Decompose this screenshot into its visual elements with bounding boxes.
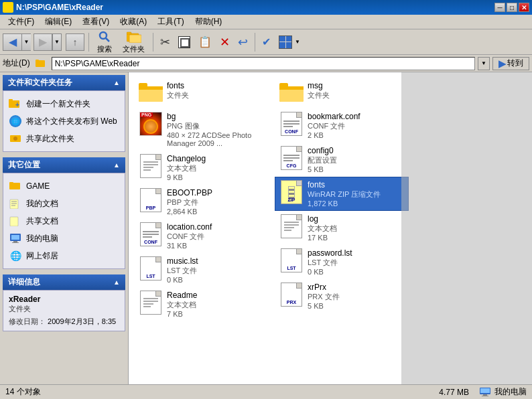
other-game-label: GAME bbox=[26, 181, 50, 191]
file-column-right: msg 文件夹 CONF bookmark.conf CONF 文件 2 KB … bbox=[275, 78, 415, 321]
close-button[interactable]: ✕ bbox=[519, 3, 529, 12]
file-size: 1,872 KB bbox=[308, 200, 381, 208]
task-publish[interactable]: 🌐 将这个文件夹发布到 Web bbox=[9, 112, 119, 130]
file-info: bg PNG 图像 480 × 272 ACDSee Photo Manager… bbox=[167, 112, 263, 147]
file-icon bbox=[139, 291, 163, 315]
search-button[interactable]: 搜索 bbox=[93, 28, 116, 56]
list-item[interactable]: CONF bookmark.conf CONF 文件 2 KB bbox=[275, 108, 409, 143]
titlebar-title: N:\PSP\GAME\xReader bbox=[3, 2, 103, 13]
file-type: 文件夹 bbox=[308, 90, 330, 100]
menu-favorites[interactable]: 收藏(A) bbox=[115, 15, 152, 29]
copy-button[interactable] bbox=[176, 35, 193, 50]
other-shared-docs[interactable]: 共享文档 bbox=[9, 212, 119, 230]
back-dropdown[interactable]: ▼ bbox=[21, 33, 31, 51]
file-info: fonts WinRAR ZIP 压缩文件 1,872 KB bbox=[308, 180, 381, 208]
back-button[interactable]: ◀ bbox=[3, 33, 21, 51]
list-item[interactable]: PNG bg PNG 图像 480 × 272 ACDSee Photo Man… bbox=[134, 108, 268, 151]
detail-modified-label: 修改日期： bbox=[9, 317, 46, 325]
left-panel: 文件和文件夹任务 ▲ + 创建一个新文件夹 🌐 bbox=[0, 72, 129, 384]
titlebar-buttons: ─ □ ✕ bbox=[494, 3, 529, 12]
detail-name: xReader bbox=[9, 295, 119, 304]
delete-button[interactable]: ✕ bbox=[217, 33, 232, 51]
menu-tools[interactable]: 工具(T) bbox=[152, 15, 189, 29]
svg-rect-13 bbox=[9, 182, 13, 184]
tasks-section: 文件和文件夹任务 ▲ + 创建一个新文件夹 🌐 bbox=[3, 75, 125, 152]
forward-dropdown[interactable]: ▼ bbox=[52, 33, 62, 51]
file-type: LST 文件 bbox=[308, 258, 352, 268]
detail-modified: 修改日期： 2009年2月3日，8:35 bbox=[9, 317, 119, 327]
list-item[interactable]: CONF location.conf CONF 文件 31 KB bbox=[134, 219, 268, 253]
list-item[interactable]: CFG config0 配置设置 5 KB bbox=[275, 143, 409, 177]
file-name: fonts bbox=[308, 180, 381, 189]
minimize-button[interactable]: ─ bbox=[494, 3, 505, 12]
list-item[interactable]: Readme 文本文档 7 KB bbox=[134, 287, 268, 321]
list-item[interactable]: LST music.lst LST 文件 0 KB bbox=[134, 253, 268, 287]
paste-icon: 📋 bbox=[198, 35, 212, 48]
file-icon: PBP bbox=[139, 188, 163, 212]
list-item[interactable]: log 文本文档 17 KB bbox=[275, 211, 409, 245]
list-item[interactable]: Changelog 文本文档 9 KB bbox=[134, 151, 268, 185]
folder-small-icon bbox=[36, 58, 46, 69]
move-button[interactable]: ✔ bbox=[259, 34, 273, 50]
task-new-folder[interactable]: + 创建一个新文件夹 bbox=[9, 95, 119, 112]
goto-button[interactable]: ▶ 转到 bbox=[492, 57, 529, 70]
file-icon: PRX bbox=[279, 283, 304, 307]
file-name: config0 bbox=[308, 146, 337, 155]
delete-icon: ✕ bbox=[220, 35, 230, 50]
list-item[interactable]: PBP EBOOT.PBP PBP 文件 2,864 KB bbox=[134, 185, 268, 219]
svg-point-0 bbox=[100, 32, 107, 39]
statusbar-right: 4.77 MB 我的电脑 bbox=[439, 386, 527, 398]
menu-help[interactable]: 帮助(H) bbox=[190, 15, 228, 29]
list-item[interactable]: fonts 文件夹 bbox=[134, 78, 268, 108]
detail-section: 详细信息 ▲ xReader 文件夹 修改日期： 2009年2月3日，8:35 bbox=[3, 274, 125, 331]
file-info: fonts 文件夹 bbox=[167, 81, 189, 100]
view-button[interactable] bbox=[276, 34, 295, 50]
view-dropdown[interactable]: ▼ bbox=[295, 39, 300, 45]
list-item[interactable]: ZIP fonts WinRAR ZIP 压缩文件 1,872 KB bbox=[275, 177, 409, 211]
menu-file[interactable]: 文件(F) bbox=[3, 15, 40, 29]
other-network[interactable]: 🌐 网上邻居 bbox=[9, 247, 119, 264]
file-type: CONF 文件 bbox=[167, 232, 212, 242]
file-column-left: fonts 文件夹 PNG bg PNG 图像 480 × 272 ACDSee… bbox=[134, 78, 275, 321]
file-name: EBOOT.PBP bbox=[167, 188, 212, 197]
address-dropdown[interactable]: ▼ bbox=[478, 57, 490, 70]
file-info: xrPrx PRX 文件 5 KB bbox=[308, 283, 340, 310]
separator-1 bbox=[88, 33, 89, 52]
detail-type: 文件夹 bbox=[9, 304, 119, 314]
restore-button[interactable]: □ bbox=[507, 3, 517, 12]
forward-button[interactable]: ▶ bbox=[34, 33, 52, 51]
statusbar-size: 4.77 MB bbox=[439, 388, 469, 397]
paste-button[interactable]: 📋 bbox=[196, 34, 214, 50]
list-item[interactable]: LST password.lst LST 文件 0 KB bbox=[275, 245, 409, 279]
other-game[interactable]: GAME bbox=[9, 177, 119, 195]
file-size: 480 × 272 ACDSee Photo Manager 2009 ... bbox=[167, 131, 263, 147]
detail-header[interactable]: 详细信息 ▲ bbox=[3, 274, 125, 290]
other-my-docs-label: 我的文档 bbox=[26, 198, 58, 210]
up-group: ↑ bbox=[66, 33, 84, 51]
menu-view[interactable]: 查看(V) bbox=[77, 15, 115, 29]
file-icon: LST bbox=[279, 248, 304, 272]
cut-button[interactable]: ✂ bbox=[157, 33, 173, 51]
file-name: log bbox=[308, 214, 337, 224]
svg-rect-8 bbox=[9, 99, 13, 102]
address-label: 地址(D) bbox=[3, 58, 30, 69]
file-grid: fonts 文件夹 PNG bg PNG 图像 480 × 272 ACDSee… bbox=[134, 78, 527, 321]
file-size: 2,864 KB bbox=[167, 208, 212, 216]
file-type: PBP 文件 bbox=[167, 197, 212, 208]
folders-button[interactable]: 文件夹 bbox=[119, 28, 149, 56]
task-share[interactable]: 共享此文件夹 bbox=[9, 130, 119, 147]
other-header[interactable]: 其它位置 ▲ bbox=[3, 157, 125, 173]
other-my-computer[interactable]: 我的电脑 bbox=[9, 230, 119, 247]
file-type: 文本文档 bbox=[167, 163, 206, 173]
undo-button[interactable]: ↩ bbox=[235, 33, 251, 51]
tasks-header[interactable]: 文件和文件夹任务 ▲ bbox=[3, 75, 125, 90]
list-item[interactable]: PRX xrPrx PRX 文件 5 KB bbox=[275, 279, 409, 313]
titlebar-text: N:\PSP\GAME\xReader bbox=[16, 3, 103, 12]
tasks-collapse-icon: ▲ bbox=[113, 79, 120, 86]
address-field[interactable]: N:\PSP\GAME\xReader bbox=[52, 57, 475, 70]
menu-edit[interactable]: 编辑(E) bbox=[40, 15, 77, 29]
list-item[interactable]: msg 文件夹 bbox=[275, 78, 409, 108]
other-my-docs[interactable]: 我的文档 bbox=[9, 195, 119, 212]
up-button[interactable]: ↑ bbox=[66, 33, 84, 51]
file-icon: PNG bbox=[139, 112, 163, 136]
